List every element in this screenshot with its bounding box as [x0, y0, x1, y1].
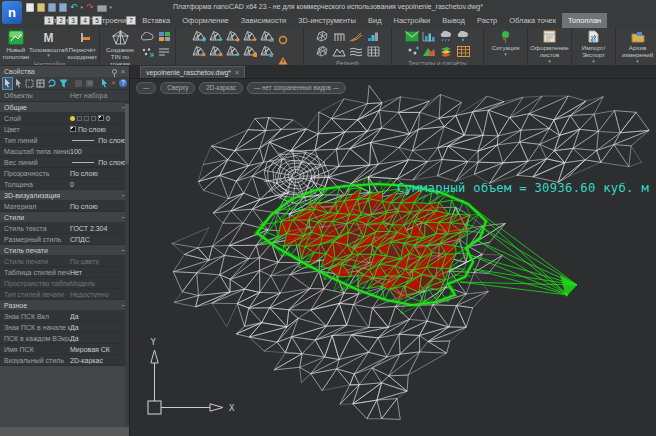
document-tab[interactable]: vepolnenie_raschetov.dwg* × [140, 66, 245, 78]
layer-plot-icon[interactable] [91, 116, 96, 121]
property-row-Прозрачность[interactable]: ПрозрачностьПо слою [0, 168, 129, 179]
ribbon-button-layer-colors[interactable] [438, 45, 454, 59]
property-row-Материал[interactable]: МатериалПо слою [0, 201, 129, 212]
ribbon-button-levels[interactable] [365, 30, 381, 44]
property-row-Цвет[interactable]: ЦветПо слою [0, 124, 129, 135]
ribbon-button-points-pair[interactable] [404, 45, 420, 59]
help-icon[interactable]: ? [118, 78, 128, 89]
ribbon-button-tin-del-vertex[interactable]: × [191, 45, 207, 59]
ribbon-button-contour-mountains[interactable] [331, 45, 347, 59]
filter-icon[interactable] [59, 78, 68, 89]
ribbon-tab-Облака точек[interactable]: Облака точек [503, 13, 562, 28]
ribbon-button-wave-layers[interactable] [348, 45, 364, 59]
layer-color-swatch[interactable] [98, 115, 104, 121]
ribbon-button-hatch-grid[interactable] [365, 45, 381, 59]
section-header-Стили[interactable]: Стили− [0, 212, 129, 223]
open-file-icon[interactable] [37, 2, 45, 12]
ribbon-tool-Архив измерений[interactable]: Архив измерений▾ [616, 28, 656, 66]
ribbon-button-Пересчёт координат[interactable]: Пересчёт координат [67, 29, 97, 60]
property-value[interactable]: Недоступно [70, 291, 129, 298]
section-header-Общие[interactable]: Общие− [0, 102, 129, 113]
ribbon-button-Топомасштаб[interactable]: MТопомасштаб ▾ [31, 29, 65, 59]
close-panel-icon[interactable]: × [121, 68, 125, 75]
ribbon-button-tin-add-face[interactable]: + [242, 30, 258, 44]
property-row-Стиль текста[interactable]: Стиль текстаГОСТ 2.304 [0, 223, 129, 234]
new-file-icon[interactable] [26, 2, 34, 12]
property-row-Имя ПСК[interactable]: Имя ПСКМировая СК [0, 344, 129, 355]
table-select-icon[interactable] [36, 78, 45, 89]
layer-lock-icon[interactable] [84, 116, 89, 121]
nanocad-logo[interactable]: n [2, 1, 22, 24]
ribbon-button-warn-triangle[interactable] [278, 51, 288, 66]
pointer-add-icon[interactable] [3, 78, 12, 89]
ribbon-button-cloud-points[interactable] [139, 30, 155, 44]
marquee-select-icon[interactable] [25, 78, 34, 89]
property-value[interactable]: Мировая СК [70, 346, 129, 353]
qselect-icon[interactable] [74, 78, 83, 89]
ribbon-button-tin-edit[interactable]: ● [225, 30, 241, 44]
ribbon-button-mesh-dense[interactable] [314, 45, 330, 59]
property-row-Масштаб типа линий[interactable]: Масштаб типа линий100 [0, 146, 129, 157]
ribbon-button-chart-columns[interactable] [421, 30, 437, 44]
viewport-menu[interactable]: — [136, 82, 156, 94]
property-row-Знак ПСК Вкл[interactable]: Знак ПСК ВклДа [0, 311, 129, 322]
section-header-3D-визуализация[interactable]: 3D-визуализация− [0, 190, 129, 201]
ribbon-button-calc-table[interactable] [455, 45, 471, 59]
property-row-ПСК в каждом ВЭкране[interactable]: ПСК в каждом ВЭкранеДа [0, 333, 129, 344]
ribbon-button-points-list[interactable] [156, 45, 172, 59]
view-direction[interactable]: Сверху [160, 82, 195, 94]
property-row-Стиль печати[interactable]: Стиль печатиПо цвету [0, 256, 129, 267]
scrollbar[interactable] [125, 102, 129, 427]
property-value[interactable]: ГОСТ 2.304 [70, 225, 129, 232]
save-all-icon[interactable] [59, 2, 67, 12]
layer-freeze-icon[interactable] [77, 116, 82, 121]
ribbon-button-water-cloud[interactable] [455, 30, 471, 44]
pointer-alt-icon[interactable] [100, 78, 109, 89]
property-value[interactable]: Нет [70, 269, 129, 276]
property-row-Тип стилей печати[interactable]: Тип стилей печатиНедоступно [0, 289, 129, 300]
property-value[interactable]: Модель [70, 280, 129, 287]
property-value[interactable]: По слою [70, 170, 129, 177]
ribbon-tab-Топоплан[interactable]: Топоплан [562, 13, 607, 28]
color-swatch[interactable] [70, 126, 76, 132]
close-icon[interactable]: × [235, 69, 239, 76]
ribbon-button-Новый топоплан[interactable]: Новый топоплан [2, 29, 29, 60]
ribbon-tab-Оформление[interactable]: Оформление [176, 13, 235, 28]
property-value[interactable]: 100 [70, 148, 129, 155]
property-value[interactable]: Да [70, 324, 129, 331]
ribbon-button-tin-merge[interactable]: ‡ [259, 45, 275, 59]
save-file-icon[interactable] [48, 2, 56, 12]
ribbon-tool-Ситуация[interactable]: Ситуация▾ [484, 28, 528, 66]
ribbon-tab-3D-инструменты[interactable]: 3D-инструменты [292, 13, 362, 28]
section-header-Разное[interactable]: Разное− [0, 300, 129, 311]
property-value[interactable]: 2D-каркас [70, 357, 129, 364]
pin-icon[interactable] [112, 69, 117, 74]
ribbon-button-mountain-chart[interactable] [421, 45, 437, 59]
calc-icon[interactable] [85, 78, 94, 89]
print-icon[interactable] [97, 2, 107, 12]
ribbon-button-surface-blocks[interactable] [156, 30, 172, 44]
property-row-Знак ПСК в начале коор...[interactable]: Знак ПСК в начале коор...Да [0, 322, 129, 333]
property-value[interactable]: Да [70, 335, 129, 342]
property-value[interactable]: Да [70, 313, 129, 320]
ribbon-button-mesh-blob[interactable] [314, 30, 330, 44]
ribbon-button-fence[interactable] [331, 30, 347, 44]
ribbon-button-tin-paint[interactable]: ◆ [242, 45, 258, 59]
property-row-Пространство таблицы с...[interactable]: Пространство таблицы с...Модель [0, 278, 129, 289]
ribbon-tab-Настройки[interactable]: Настройки [388, 13, 437, 28]
ribbon-tab-Зависимости[interactable]: Зависимости [235, 13, 293, 28]
property-row-Слой[interactable]: Слой0 [0, 113, 129, 124]
ribbon-button-points-import[interactable] [139, 45, 155, 59]
undo-icon[interactable]: ↶ [70, 2, 78, 12]
ribbon-tab-Вставка[interactable]: Вставка [136, 13, 176, 28]
pointer-icon[interactable] [14, 78, 23, 89]
ribbon-button-rain-cloud[interactable] [438, 30, 454, 44]
property-value[interactable]: По цвету [70, 258, 129, 265]
ribbon-button-tin-area[interactable]: ▱ [259, 30, 275, 44]
property-row-Визуальный стиль[interactable]: Визуальный стиль2D-каркас [0, 355, 129, 366]
ribbon-tool-Оформление листов[interactable]: Оформление листов▾ [528, 28, 572, 66]
ribbon-button-tin-add-point[interactable]: + [225, 45, 241, 59]
property-row-Таблица стилей печати[interactable]: Таблица стилей печатиНет [0, 267, 129, 278]
property-value[interactable]: 0 [70, 181, 129, 188]
ribbon-button-Создание TIN по точкам[interactable]: Создание TIN по точкам [103, 29, 137, 66]
